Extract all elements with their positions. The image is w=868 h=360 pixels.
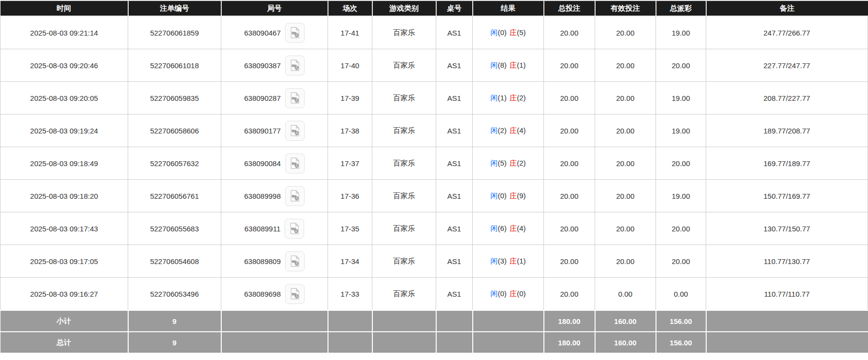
table-row: 2025-08-03 09:20:46522706061018638090387… [0, 49, 868, 82]
summary-count-cell: 9 [128, 310, 221, 332]
result-player-label: 闲 [490, 159, 498, 167]
table-row: 2025-08-03 09:18:20522706056761638089998… [0, 180, 868, 212]
result-cell: 闲(6)庄(4) [473, 212, 544, 245]
table-no-cell: AS1 [436, 82, 473, 114]
total-payout-cell: 20.00 [656, 147, 706, 180]
result-player-label: 闲 [490, 257, 498, 265]
video-file-icon [288, 287, 302, 301]
table-no-cell: AS1 [436, 16, 473, 49]
session-cell: 17-40 [328, 49, 372, 82]
summary-empty-cell [328, 310, 372, 332]
result-player-label: 闲 [490, 61, 498, 69]
total-payout-cell: 19.00 [656, 82, 706, 114]
summary-empty-cell [436, 310, 473, 332]
total-bet-cell: 20.00 [544, 212, 595, 245]
summary-empty-cell [372, 310, 436, 332]
total-bet-cell: 20.00 [544, 180, 595, 212]
result-banker-score: (9) [517, 191, 526, 200]
table-no-cell: AS1 [436, 180, 473, 212]
table-no-cell: AS1 [436, 278, 473, 311]
result-banker-label: 庄 [510, 224, 517, 232]
summary-row: 小计9180.00160.00156.00 [0, 310, 868, 332]
video-replay-button[interactable] [285, 88, 305, 108]
valid-bet-cell: 20.00 [595, 245, 656, 278]
round-id-value: 638090084 [244, 159, 281, 168]
video-replay-button[interactable] [285, 23, 305, 43]
round-id-value: 638089809 [244, 257, 281, 265]
video-file-icon [288, 26, 302, 39]
table-no-cell: AS1 [436, 49, 473, 82]
video-replay-button[interactable] [285, 121, 305, 141]
column-header-remark: 备注 [706, 0, 868, 16]
round-id-content: 638089998 [221, 186, 328, 206]
summary-empty-cell [221, 332, 328, 353]
game-type-cell: 百家乐 [372, 114, 436, 147]
total-payout-cell: 19.00 [656, 114, 706, 147]
video-replay-button[interactable] [285, 219, 304, 239]
result-player-score: (2) [498, 126, 506, 134]
round-id-cell: 638090287 [221, 82, 328, 114]
round-id-cell: 638089698 [221, 278, 328, 311]
valid-bet-cell: 20.00 [595, 147, 656, 180]
time-cell: 2025-08-03 09:20:46 [0, 49, 128, 82]
game-type-cell: 百家乐 [372, 49, 436, 82]
result-player-score: (8) [498, 61, 506, 69]
bet-id-cell: 522706053496 [128, 278, 221, 311]
result-cell: 闲(0)庄(5) [473, 16, 544, 49]
remark-cell: 169.77/189.77 [706, 147, 868, 180]
header-row: 时间 注单编号 局号 场次 游戏类别 桌号 结果 总投注 有效投注 总派彩 备注 [0, 0, 868, 16]
round-id-content: 638090084 [221, 153, 328, 173]
video-replay-button[interactable] [285, 284, 305, 304]
column-header-result: 结果 [473, 0, 544, 16]
summary-empty-cell [372, 332, 436, 353]
video-file-icon [288, 189, 302, 203]
game-type-cell: 百家乐 [372, 16, 436, 49]
video-file-icon [288, 254, 302, 268]
video-replay-button[interactable] [285, 153, 305, 173]
round-id-cell: 638090387 [221, 49, 328, 82]
result-banker-score: (1) [517, 257, 526, 265]
total-payout-cell: 20.00 [656, 212, 706, 245]
video-replay-button[interactable] [285, 251, 305, 271]
result-banker-score: (2) [517, 159, 526, 167]
remark-cell: 208.77/227.77 [706, 82, 868, 114]
summary-empty-cell [436, 332, 473, 353]
column-header-bet-id: 注单编号 [128, 0, 221, 16]
remark-cell: 130.77/150.77 [706, 212, 868, 245]
result-banker-label: 庄 [510, 191, 517, 200]
total-bet-cell: 20.00 [544, 278, 595, 311]
summary-empty-cell [328, 332, 372, 353]
result-cell: 闲(0)庄(9) [473, 180, 544, 212]
bet-id-cell: 522706061859 [128, 16, 221, 49]
column-header-round-id: 局号 [221, 0, 328, 16]
total-payout-cell: 20.00 [656, 49, 706, 82]
video-file-icon [288, 222, 301, 235]
result-banker-label: 庄 [510, 289, 517, 298]
remark-cell: 110.77/130.77 [706, 245, 868, 278]
game-type-cell: 百家乐 [372, 245, 436, 278]
game-type-cell: 百家乐 [372, 147, 436, 180]
summary-total-bet-cell: 180.00 [544, 332, 595, 353]
valid-bet-cell: 20.00 [595, 114, 656, 147]
video-replay-button[interactable] [285, 56, 305, 76]
result-banker-label: 庄 [510, 94, 517, 102]
time-cell: 2025-08-03 09:16:27 [0, 278, 128, 311]
valid-bet-cell: 20.00 [595, 16, 656, 49]
round-id-cell: 638090467 [221, 16, 328, 49]
game-type-cell: 百家乐 [372, 212, 436, 245]
column-header-time: 时间 [0, 0, 128, 16]
result-player-label: 闲 [490, 289, 498, 298]
column-header-game-type: 游戏类别 [372, 0, 436, 16]
result-player-score: (1) [498, 94, 506, 102]
video-replay-button[interactable] [285, 186, 305, 206]
bet-id-cell: 522706058606 [128, 114, 221, 147]
column-header-total-payout: 总派彩 [656, 0, 706, 16]
column-header-session: 场次 [328, 0, 372, 16]
result-player-score: (5) [498, 159, 506, 167]
total-bet-cell: 20.00 [544, 147, 595, 180]
total-payout-cell: 19.00 [656, 180, 706, 212]
time-cell: 2025-08-03 09:19:24 [0, 114, 128, 147]
time-cell: 2025-08-03 09:20:05 [0, 82, 128, 114]
result-cell: 闲(5)庄(2) [473, 147, 544, 180]
time-cell: 2025-08-03 09:17:43 [0, 212, 128, 245]
